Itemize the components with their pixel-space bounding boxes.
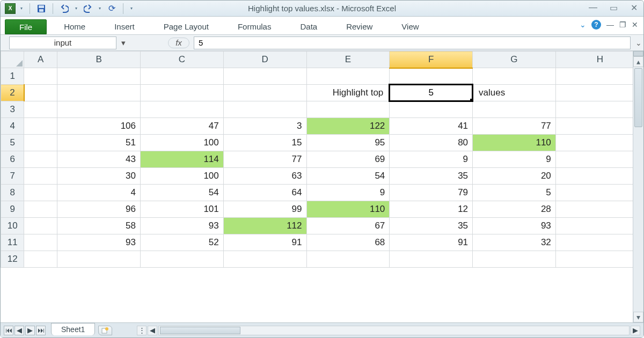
cell-C3[interactable] <box>141 101 224 118</box>
qat-customize-icon[interactable]: ▾ <box>129 6 134 11</box>
cell-G6[interactable]: 9 <box>473 151 556 168</box>
excel-logo-icon[interactable]: X <box>5 3 16 14</box>
cell-G4[interactable]: 77 <box>473 118 556 135</box>
cell-D7[interactable]: 63 <box>223 168 306 185</box>
cell-B6[interactable]: 43 <box>57 151 141 168</box>
cell-H12[interactable] <box>555 251 633 268</box>
row-header-1[interactable]: 1 <box>1 68 24 85</box>
cell-H5[interactable] <box>555 135 633 151</box>
cell-G1[interactable] <box>473 68 556 85</box>
column-header-E[interactable]: E <box>306 52 390 68</box>
cell-E5[interactable]: 95 <box>306 135 390 151</box>
file-tab[interactable]: File <box>5 19 47 34</box>
row-header-11[interactable]: 11 <box>1 234 24 251</box>
cell-A3[interactable] <box>24 101 57 118</box>
hscroll-left-button[interactable]: ◀ <box>148 326 157 335</box>
tab-review[interactable]: Review <box>336 19 382 34</box>
cell-C12[interactable] <box>141 251 224 268</box>
row-header-12[interactable]: 12 <box>1 251 24 268</box>
cell-E11[interactable]: 68 <box>306 234 390 251</box>
column-header-F[interactable]: F <box>390 52 473 68</box>
cell-H9[interactable] <box>555 201 633 218</box>
insert-function-button[interactable]: fx <box>168 38 189 48</box>
row-header-9[interactable]: 9 <box>1 201 24 218</box>
cell-B11[interactable]: 93 <box>57 234 141 251</box>
logo-dropdown-icon[interactable]: ▾ <box>19 6 24 11</box>
cell-F1[interactable] <box>390 68 473 85</box>
cell-B9[interactable]: 96 <box>57 201 141 218</box>
cell-A6[interactable] <box>24 151 57 168</box>
cell-G5[interactable]: 110 <box>473 135 556 151</box>
cell-D4[interactable]: 3 <box>223 118 306 135</box>
tab-home[interactable]: Home <box>54 19 95 34</box>
scroll-down-button[interactable]: ▾ <box>633 312 643 322</box>
maximize-button[interactable]: ▭ <box>608 3 619 13</box>
tab-page-layout[interactable]: Page Layout <box>154 19 218 34</box>
column-header-B[interactable]: B <box>57 52 141 68</box>
cell-F9[interactable]: 12 <box>390 201 473 218</box>
cell-A8[interactable] <box>24 185 57 201</box>
redo-button[interactable] <box>82 3 94 14</box>
scroll-up-button[interactable]: ▴ <box>633 56 643 67</box>
column-header-H[interactable]: H <box>555 52 633 68</box>
cell-B8[interactable]: 4 <box>57 185 141 201</box>
cell-H11[interactable] <box>555 234 633 251</box>
cell-E6[interactable]: 69 <box>306 151 390 168</box>
cell-B10[interactable]: 58 <box>57 218 141 234</box>
cell-G12[interactable] <box>473 251 556 268</box>
row-header-10[interactable]: 10 <box>1 218 24 234</box>
cell-C11[interactable]: 52 <box>141 234 224 251</box>
cell-F12[interactable] <box>390 251 473 268</box>
split-handle[interactable] <box>633 51 643 56</box>
row-header-6[interactable]: 6 <box>1 151 24 168</box>
column-header-D[interactable]: D <box>223 52 306 68</box>
cell-F6[interactable]: 9 <box>390 151 473 168</box>
cell-G3[interactable] <box>473 101 556 118</box>
cell-C7[interactable]: 100 <box>141 168 224 185</box>
cell-H6[interactable] <box>555 151 633 168</box>
cell-A2[interactable] <box>24 85 57 101</box>
hscroll-thumb[interactable] <box>160 327 240 334</box>
cell-D12[interactable] <box>223 251 306 268</box>
workbook-restore-button[interactable]: ❐ <box>619 20 626 29</box>
cell-C5[interactable]: 100 <box>141 135 224 151</box>
cell-B7[interactable]: 30 <box>57 168 141 185</box>
cell-D10[interactable]: 112 <box>223 218 306 234</box>
select-all-corner[interactable] <box>1 52 24 68</box>
cell-E4[interactable]: 122 <box>306 118 390 135</box>
cell-A7[interactable] <box>24 168 57 185</box>
cell-B3[interactable] <box>57 101 141 118</box>
name-box-dropdown-icon[interactable]: ▾ <box>118 36 128 49</box>
cell-G8[interactable]: 5 <box>473 185 556 201</box>
sheet-nav-next[interactable]: ▶ <box>25 326 35 335</box>
cell-F10[interactable]: 35 <box>390 218 473 234</box>
cell-E2[interactable]: Highlight top <box>306 85 390 101</box>
cell-D2[interactable] <box>223 85 306 101</box>
cell-D1[interactable] <box>223 68 306 85</box>
row-header-5[interactable]: 5 <box>1 135 24 151</box>
cell-F2[interactable]: 5 <box>390 85 473 101</box>
row-header-7[interactable]: 7 <box>1 168 24 185</box>
cell-A4[interactable] <box>24 118 57 135</box>
scroll-thumb[interactable] <box>634 68 642 127</box>
worksheet-grid[interactable]: ABCDEFGH12Highlight top5values3410647312… <box>1 51 633 322</box>
scroll-track[interactable] <box>633 67 643 312</box>
cell-A9[interactable] <box>24 201 57 218</box>
cell-A11[interactable] <box>24 234 57 251</box>
cell-D6[interactable]: 77 <box>223 151 306 168</box>
cell-F11[interactable]: 91 <box>390 234 473 251</box>
cell-G9[interactable]: 28 <box>473 201 556 218</box>
cell-F7[interactable]: 35 <box>390 168 473 185</box>
cell-D11[interactable]: 91 <box>223 234 306 251</box>
cell-G2[interactable]: values <box>473 85 556 101</box>
cell-C6[interactable]: 114 <box>141 151 224 168</box>
workbook-minimize-button[interactable]: — <box>606 20 614 29</box>
redo-dropdown-icon[interactable]: ▾ <box>97 6 103 11</box>
sheet-nav-prev[interactable]: ◀ <box>14 326 24 335</box>
vertical-scrollbar[interactable]: ▴ ▾ <box>633 51 643 322</box>
close-button[interactable]: ✕ <box>628 3 639 13</box>
formula-input[interactable]: 5 <box>194 36 631 49</box>
cell-F3[interactable] <box>390 101 473 118</box>
cell-D5[interactable]: 15 <box>223 135 306 151</box>
cell-E10[interactable]: 67 <box>306 218 390 234</box>
